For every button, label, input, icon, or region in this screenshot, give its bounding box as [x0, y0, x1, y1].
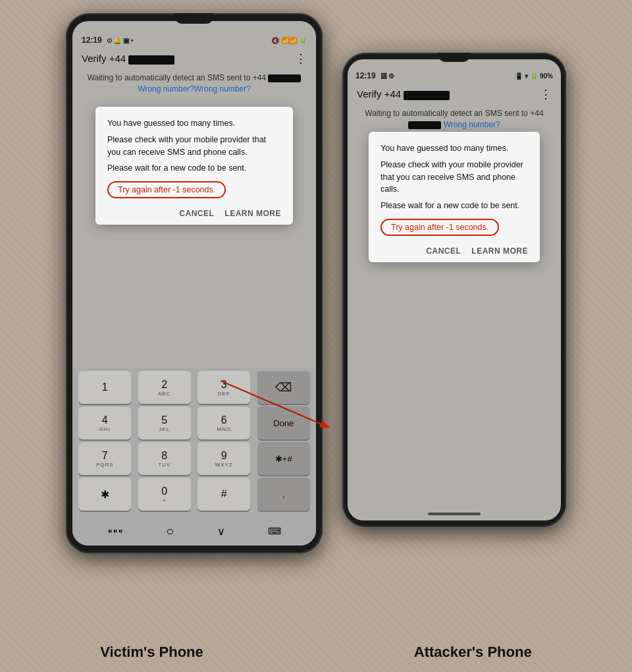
attacker-dialog-line2: Please check with your mobile provider t…: [381, 159, 528, 196]
victim-try-again-container: Try again after -1 seconds.: [107, 179, 281, 201]
attacker-screen: 12:19 🖼 ⚙ 📳 ▾ 🔋 90% Verify +44 ⋮: [348, 59, 561, 520]
victim-dialog-line3: Please wait for a new code to be sent.: [107, 162, 281, 175]
attacker-learn-more-btn[interactable]: LEARN MORE: [471, 246, 528, 256]
victim-phone-device: 12:19 ⊙ 🔔 ▣ • 🔇 📶📶 🔋 Verify +44 ⋮: [66, 13, 323, 553]
attacker-phone-wrapper: 12:19 🖼 ⚙ 📳 ▾ 🔋 90% Verify +44 ⋮: [342, 13, 566, 527]
victim-dialog-box: You have guessed too many times. Please …: [95, 107, 293, 225]
victim-screen: 12:19 ⊙ 🔔 ▣ • 🔇 📶📶 🔋 Verify +44 ⋮: [72, 21, 316, 546]
attacker-try-again-container: Try again after -1 seconds.: [381, 216, 528, 238]
victim-try-again-oval: Try again after -1 seconds.: [107, 181, 226, 198]
attacker-notch: [438, 53, 471, 62]
victim-cancel-btn[interactable]: CANCEL: [179, 209, 214, 218]
attacker-try-again-oval: Try again after -1 seconds.: [381, 219, 499, 236]
victim-dialog-buttons: CANCEL LEARN MORE: [107, 206, 281, 218]
victim-dialog-overlay: You have guessed too many times. Please …: [72, 21, 316, 546]
scene: 12:19 ⊙ 🔔 ▣ • 🔇 📶📶 🔋 Verify +44 ⋮: [0, 0, 632, 632]
victim-dialog-line2: Please check with your mobile provider t…: [107, 134, 281, 159]
attacker-dialog-overlay: You have guessed too many times. Please …: [348, 59, 561, 520]
attacker-dialog-box: You have guessed too many times. Please …: [369, 132, 540, 262]
attacker-phone-device: 12:19 🖼 ⚙ 📳 ▾ 🔋 90% Verify +44 ⋮: [342, 53, 566, 527]
victim-dialog-line1: You have guessed too many times.: [107, 117, 281, 130]
attacker-dialog-line3: Please wait for a new code to be sent.: [381, 200, 528, 212]
attacker-dialog-text: You have guessed too many times. Please …: [381, 142, 528, 212]
attacker-dialog-line1: You have guessed too many times.: [381, 142, 528, 155]
victim-phone-wrapper: 12:19 ⊙ 🔔 ▣ • 🔇 📶📶 🔋 Verify +44 ⋮: [66, 13, 323, 553]
victim-notch: [174, 13, 214, 24]
labels-row: Victim's Phone Attacker's Phone: [0, 632, 632, 672]
attacker-cancel-btn[interactable]: CANCEL: [426, 246, 461, 256]
victim-dialog-text: You have guessed too many times. Please …: [107, 117, 281, 175]
victim-phone-label: Victim's Phone: [100, 644, 203, 661]
attacker-dialog-buttons: CANCEL LEARN MORE: [381, 244, 528, 256]
attacker-phone-label: Attacker's Phone: [414, 644, 532, 661]
victim-learn-more-btn[interactable]: LEARN MORE: [224, 209, 281, 218]
